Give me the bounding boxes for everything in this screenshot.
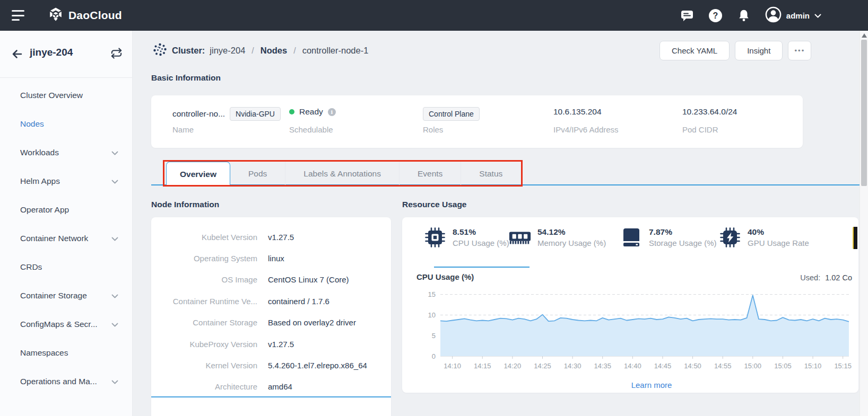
- field-value: 10.6.135.204: [553, 107, 602, 117]
- used-value: Used:1.02 Co: [800, 273, 852, 282]
- more-actions-button[interactable]: •••: [788, 41, 811, 60]
- sidebar-item-operations-and-ma[interactable]: Operations and Ma...: [0, 367, 132, 396]
- sidebar-header: jinye-204: [0, 31, 132, 77]
- row-value: v1.27.5: [268, 340, 294, 349]
- storage-icon: [620, 226, 643, 249]
- tag-control-plane: Control Plane: [423, 107, 480, 121]
- scrollbar-thumb[interactable]: [861, 40, 867, 186]
- svg-text:14:50: 14:50: [684, 362, 701, 370]
- info-icon[interactable]: i: [328, 108, 336, 116]
- resource-usage-card: 8.51%CPU Usage (%)54.12%Memory Usage (%)…: [402, 217, 858, 393]
- svg-text:15:00: 15:00: [744, 362, 762, 370]
- row-label: Kubelet Version: [151, 233, 257, 242]
- field-label: Name: [172, 125, 194, 134]
- metric-label: CPU Usage (%): [453, 238, 509, 247]
- row-label: OS Image: [151, 275, 257, 284]
- metric-tab-memory-usage[interactable]: 54.12%Memory Usage (%): [508, 226, 606, 249]
- sidebar-item-cluster-overview[interactable]: Cluster Overview: [0, 81, 132, 110]
- gpu-icon: [718, 226, 742, 249]
- cpu-icon: [423, 226, 447, 249]
- breadcrumb: Cluster: jinye-204 / Nodes / controller-…: [153, 42, 368, 59]
- node-info-row-os-image: OS ImageCentOS Linux 7 (Core): [151, 269, 391, 290]
- tab-pods[interactable]: Pods: [230, 162, 285, 185]
- check-yaml-button[interactable]: Check YAML: [659, 41, 730, 60]
- sidebar-item-workloads[interactable]: Workloads: [0, 138, 132, 167]
- breadcrumb-cluster[interactable]: jinye-204: [210, 46, 245, 56]
- node-information-card: Kubelet Versionv1.27.5Operating Systemli…: [151, 217, 391, 416]
- brand[interactable]: DaoCloud: [48, 6, 122, 24]
- field-value: 10.233.64.0/24: [682, 107, 737, 117]
- message-icon[interactable]: [680, 8, 694, 22]
- bell-icon[interactable]: [737, 8, 751, 22]
- field-value: controller-no...: [172, 109, 225, 119]
- svg-text:15:10: 15:10: [804, 362, 822, 370]
- sidebar-item-crds[interactable]: CRDs: [0, 253, 132, 281]
- tab-labels-annotations[interactable]: Labels & Annotations: [285, 162, 399, 185]
- basic-information-card: controller-no...Nvidia-GPUNameReadyiSche…: [151, 95, 803, 148]
- row-label: Kernel Version: [151, 361, 257, 370]
- tag-nvidia-gpu: Nvidia-GPU: [230, 107, 281, 121]
- learn-more-link[interactable]: Learn more: [445, 380, 858, 390]
- field-label: Pod CIDR: [682, 125, 718, 134]
- tab-status[interactable]: Status: [461, 162, 520, 185]
- svg-text:14:35: 14:35: [594, 362, 611, 370]
- sidebar-item-label: Container Storage: [20, 291, 87, 300]
- metric-tab-cpu-usage[interactable]: 8.51%CPU Usage (%): [423, 226, 509, 249]
- field-label: IPv4/IPv6 Address: [553, 125, 619, 134]
- sidebar-item-operator-app[interactable]: Operator App: [0, 196, 132, 224]
- tabbar: OverviewPodsLabels & AnnotationsEventsSt…: [166, 162, 520, 187]
- svg-text:14:25: 14:25: [534, 362, 551, 370]
- sidebar-item-configmaps-secr[interactable]: ConfigMaps & Secr...: [0, 310, 132, 339]
- user-name: admin: [786, 11, 810, 20]
- node-info-row-architecture: Architectureamd64: [151, 376, 391, 397]
- partially-visible-icon: [853, 227, 857, 249]
- svg-text:?: ?: [713, 11, 718, 20]
- vertical-scrollbar: [860, 31, 868, 416]
- tab-events[interactable]: Events: [399, 162, 461, 185]
- sidebar-item-label: Namespaces: [20, 348, 68, 358]
- row-value: Based on overlay2 driver: [268, 318, 356, 327]
- sidebar: jinye-204 Cluster OverviewNodesWorkloads…: [0, 31, 133, 416]
- sidebar-item-label: Cluster Overview: [20, 91, 83, 100]
- svg-text:15:15: 15:15: [834, 362, 852, 370]
- sidebar-item-namespaces[interactable]: Namespaces: [0, 339, 132, 367]
- tab-overview[interactable]: Overview: [166, 162, 230, 187]
- breadcrumb-section[interactable]: Nodes: [261, 46, 287, 56]
- svg-text:15:05: 15:05: [774, 362, 792, 370]
- sidebar-item-container-storage[interactable]: Container Storage: [0, 281, 132, 310]
- row-value: linux: [268, 254, 284, 263]
- sidebar-item-nodes[interactable]: Nodes: [0, 110, 132, 138]
- sidebar-item-label: Nodes: [20, 119, 44, 129]
- metric-tab-storage-usage[interactable]: 7.87%Storage Usage (%): [620, 226, 717, 249]
- svg-text:14:20: 14:20: [504, 362, 522, 370]
- svg-text:14:55: 14:55: [714, 362, 732, 370]
- scrollbar-up-arrow[interactable]: [862, 33, 867, 38]
- metric-text: 40%GPU Usage Rate: [748, 227, 809, 247]
- user-menu[interactable]: admin: [765, 6, 821, 25]
- svg-text:14:45: 14:45: [654, 362, 672, 370]
- node-info-row-kubelet-version: Kubelet Versionv1.27.5: [151, 226, 391, 247]
- status-dot: [289, 109, 294, 114]
- node-info-row-kubeproxy-version: KubeProxy Versionv1.27.5: [151, 333, 391, 355]
- node-card-bottom-line: [151, 396, 391, 397]
- metric-text: 54.12%Memory Usage (%): [537, 227, 606, 247]
- sidebar-item-helm-apps[interactable]: Helm Apps: [0, 167, 132, 196]
- breadcrumb-prefix: Cluster:: [172, 46, 205, 56]
- menu-icon[interactable]: [12, 10, 25, 21]
- svg-text:10: 10: [428, 311, 436, 319]
- node-information-title: Node Information: [151, 200, 219, 209]
- cluster-dots-icon: [153, 42, 167, 59]
- insight-button[interactable]: Insight: [735, 41, 783, 60]
- help-icon[interactable]: ?: [708, 8, 723, 23]
- switch-cluster-icon[interactable]: [110, 47, 123, 61]
- back-arrow-icon[interactable]: [11, 48, 23, 63]
- row-value: CentOS Linux 7 (Core): [268, 275, 349, 284]
- row-value: 5.4.260-1.el7.elrepo.x86_64: [268, 361, 367, 370]
- sidebar-menu: Cluster OverviewNodesWorkloadsHelm AppsO…: [0, 81, 132, 396]
- metric-value: 8.51%: [453, 227, 509, 237]
- sidebar-item-label: Operations and Ma...: [20, 377, 97, 386]
- field-label: Roles: [423, 125, 443, 134]
- metric-tab-gpu-usage-rate[interactable]: 40%GPU Usage Rate: [718, 226, 809, 249]
- sidebar-item-container-network[interactable]: Container Network: [0, 224, 132, 253]
- sidebar-cluster-name: jinye-204: [30, 47, 73, 58]
